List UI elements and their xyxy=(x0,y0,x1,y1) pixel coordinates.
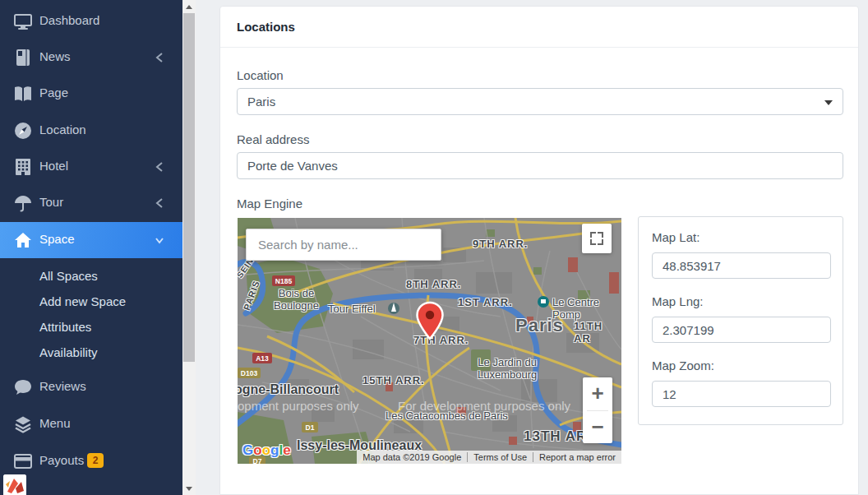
map-label-bois-de-boulogne: Bois de Boulogne xyxy=(274,287,319,312)
real-address-input[interactable] xyxy=(237,152,843,179)
svg-text:A13: A13 xyxy=(256,354,269,363)
map-coordinates-panel: Map Lat: Map Lng: Map Zoom: xyxy=(638,216,843,425)
sidebar-item-dashboard[interactable]: Dashboard xyxy=(0,3,182,39)
fullscreen-icon xyxy=(590,232,603,245)
sidebar-item-label: Payouts xyxy=(39,453,84,467)
map-label-catacombes: Les Catacombes de Paris xyxy=(386,409,508,422)
sidebar: Dashboard News Page Location Hotel Tour … xyxy=(0,0,182,495)
layers-icon xyxy=(13,414,33,434)
map-lat-input[interactable] xyxy=(652,252,831,279)
sidebar-item-hotel[interactable]: Hotel xyxy=(0,149,182,185)
scrollbar-thumb[interactable] xyxy=(183,13,195,362)
sidebar-subitem-add-new-space[interactable]: Add new Space xyxy=(0,289,182,315)
map-data-attribution: Map data ©2019 Google xyxy=(357,452,467,462)
scroll-down-arrow-icon xyxy=(186,487,192,491)
subitem-label: Availability xyxy=(39,345,98,359)
scroll-up-arrow-icon xyxy=(186,5,192,9)
svg-text:D103: D103 xyxy=(241,369,258,377)
map-label-8th-arr: 8TH ARR. xyxy=(406,278,461,290)
subitem-label: Add new Space xyxy=(39,294,126,308)
map-label-billancourt: ogne-Billancourt xyxy=(238,382,339,397)
sidebar-item-label: Tour xyxy=(39,195,63,209)
terms-of-use-link[interactable]: Terms of Use xyxy=(467,452,533,462)
monitor-icon xyxy=(13,12,33,31)
sidebar-item-page[interactable]: Page xyxy=(0,76,182,112)
sidebar-subitem-all-spaces[interactable]: All Spaces xyxy=(0,264,182,289)
map-marker-pin[interactable] xyxy=(415,301,445,340)
zoom-out-button[interactable]: − xyxy=(583,411,612,444)
svg-text:N185: N185 xyxy=(275,277,293,285)
sidebar-item-label: Page xyxy=(39,86,68,99)
sidebar-item-label: Hotel xyxy=(39,159,68,173)
sidebar-item-news[interactable]: News xyxy=(0,39,182,76)
map-lng-input[interactable] xyxy=(652,317,831,343)
chat-bubble-icon xyxy=(13,377,33,397)
map-lat-label: Map Lat: xyxy=(652,230,699,244)
google-letter: g xyxy=(270,442,279,459)
google-letter: o xyxy=(262,442,270,459)
map-label-1st-arr: 1ST ARR. xyxy=(458,296,513,308)
sidebar-item-reviews[interactable]: Reviews xyxy=(0,369,182,405)
map-lng-label: Map Lng: xyxy=(652,294,704,308)
sidebar-item-label: Dashboard xyxy=(39,13,99,27)
image-logo-icon xyxy=(3,474,26,495)
sidebar-item-payouts[interactable]: Payouts 2 xyxy=(0,443,182,479)
location-label: Location xyxy=(237,68,284,82)
sidebar-scrollbar[interactable] xyxy=(182,0,196,495)
google-letter: e xyxy=(283,442,290,459)
clipped-menu-item-icon[interactable] xyxy=(3,474,26,495)
real-address-label: Real address xyxy=(237,132,309,146)
map-attribution-bar: Map data ©2019 Google Terms of Use Repor… xyxy=(357,451,621,464)
map-label-tour-eiffel: Tour Eiffel xyxy=(328,303,376,315)
map-engine-label: Map Engine xyxy=(237,197,302,210)
map-search-input[interactable] xyxy=(246,229,441,261)
chevron-left-icon xyxy=(155,161,164,173)
google-letter: G xyxy=(242,442,253,459)
map-fullscreen-button[interactable] xyxy=(582,224,612,253)
scrollbar-up-button[interactable] xyxy=(182,0,196,13)
sidebar-item-label: Reviews xyxy=(39,379,86,393)
map-zoom-control: + − xyxy=(583,377,612,443)
card-divider xyxy=(220,47,858,48)
umbrella-icon xyxy=(13,193,33,213)
journal-icon xyxy=(13,48,33,67)
map-label-11th-arr: 11TH AR xyxy=(574,320,621,345)
map-zoom-input[interactable] xyxy=(652,381,831,407)
sidebar-item-menu[interactable]: Menu xyxy=(0,406,182,442)
location-select[interactable]: Paris xyxy=(237,88,843,115)
payouts-count-badge: 2 xyxy=(87,453,104,468)
sidebar-item-label: Space xyxy=(39,232,75,246)
sidebar-item-space[interactable]: Space xyxy=(0,222,182,258)
report-map-error-link[interactable]: Report a map error xyxy=(533,452,621,462)
google-logo[interactable]: Google xyxy=(242,442,291,459)
chevron-left-icon xyxy=(155,197,164,209)
compass-icon xyxy=(13,121,33,141)
building-icon xyxy=(13,157,33,177)
map-canvas[interactable]: N185 A13 D103 D1 D7 9TH ARR. 8TH ARR. 1S… xyxy=(238,218,621,464)
scrollbar-down-button[interactable] xyxy=(182,482,196,495)
map-label-jardin-luxembourg: Le Jardin du Luxembourg xyxy=(478,356,537,381)
map-label-9th-arr: 9TH ARR. xyxy=(473,238,528,250)
sidebar-item-location[interactable]: Location xyxy=(0,113,182,149)
sidebar-subitem-availability[interactable]: Availability xyxy=(0,340,182,366)
sidebar-item-tour[interactable]: Tour xyxy=(0,185,182,221)
open-book-icon xyxy=(13,84,33,104)
location-select-value: Paris xyxy=(247,95,275,109)
map-watermark-left: opment purposes only xyxy=(238,399,359,413)
sidebar-item-label: News xyxy=(39,49,71,63)
locations-card: Locations Location Paris Real address Ma… xyxy=(219,6,859,495)
credit-card-icon xyxy=(13,451,33,471)
subitem-label: All Spaces xyxy=(39,269,98,283)
zoom-in-button[interactable]: + xyxy=(583,377,612,410)
map-zoom-label: Map Zoom: xyxy=(652,359,714,372)
home-icon xyxy=(13,230,33,250)
card-title: Locations xyxy=(237,20,295,34)
map-label-15th-arr: 15TH ARR. xyxy=(362,374,425,386)
svg-text:D1: D1 xyxy=(306,423,315,432)
chevron-left-icon xyxy=(155,52,164,63)
google-letter: o xyxy=(253,442,261,459)
map-label-paris: Paris xyxy=(515,315,564,336)
sidebar-item-label: Menu xyxy=(39,416,71,430)
chevron-down-icon xyxy=(155,234,164,246)
sidebar-subitem-attributes[interactable]: Attributes xyxy=(0,315,182,340)
